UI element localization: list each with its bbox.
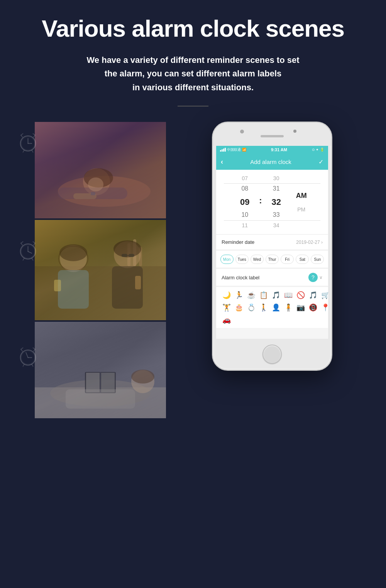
- day-sun[interactable]: Sun: [311, 255, 324, 264]
- svg-line-13: [28, 252, 32, 253]
- phone-top: [213, 123, 331, 146]
- svg-line-19: [32, 258, 33, 260]
- phone-screen: 中国联通 📶 9:31 AM ⊙ ✦ 🔋 ‹ Add alarm clock ✓: [216, 146, 328, 339]
- svg-line-9: [32, 150, 33, 152]
- icon-book[interactable]: 📖: [283, 290, 293, 300]
- svg-line-7: [33, 133, 35, 135]
- icon-grid: 🌙 🏃 ☕ 📋 🎵 📖 🚫 🎵 🛒 🏋️ 🎂 💍 🚶 👤: [216, 287, 328, 328]
- icon-camera[interactable]: 📷: [296, 302, 306, 313]
- alarm-label-text: Alarm clock label: [222, 275, 259, 280]
- icon-location[interactable]: 📍: [320, 302, 328, 313]
- alarm-icon-3: [15, 344, 41, 370]
- header-section: Various alarm clock scenes We have a var…: [19, 15, 367, 106]
- icon-cake[interactable]: 🎂: [234, 302, 244, 313]
- reminder-date-row[interactable]: Reminder date 2019-02-27 ›: [216, 235, 328, 250]
- minute-column[interactable]: 30 31 32 33 34: [263, 174, 290, 231]
- icon-walk[interactable]: 🚶: [259, 302, 269, 313]
- battery-icon: ⊙ ✦ 🔋: [312, 148, 324, 152]
- back-button[interactable]: ‹: [221, 158, 223, 166]
- svg-line-17: [33, 242, 35, 243]
- carrier-name: 中国联通: [227, 147, 241, 152]
- hour-column[interactable]: 07 08 09 10 11: [231, 174, 258, 231]
- phone-button-vol-down: [212, 210, 213, 229]
- day-tues[interactable]: Tues: [235, 255, 249, 264]
- svg-rect-47: [54, 280, 61, 291]
- time-separator: :: [258, 196, 262, 206]
- icon-clipboard[interactable]: 📋: [259, 290, 269, 300]
- minute-value-selected: 32: [271, 194, 281, 210]
- alarm-label-row[interactable]: Alarm clock label ? ∨: [216, 269, 328, 286]
- right-section: 中国联通 📶 9:31 AM ⊙ ✦ 🔋 ‹ Add alarm clock ✓: [178, 122, 367, 370]
- day-thur[interactable]: Thur: [266, 255, 279, 264]
- svg-line-29: [32, 364, 33, 366]
- icon-music[interactable]: 🎵: [271, 290, 281, 300]
- hour-value-selected: 09: [240, 194, 249, 210]
- minute-value-31: 31: [273, 183, 280, 194]
- hour-value-10: 10: [241, 210, 248, 221]
- hour-value-07: 07: [242, 174, 248, 183]
- photo-reading: [35, 322, 166, 418]
- status-bar: 中国联通 📶 9:31 AM ⊙ ✦ 🔋: [216, 146, 328, 154]
- svg-rect-46: [58, 270, 89, 309]
- svg-point-35: [88, 177, 103, 191]
- phone-button-vol-up: [212, 186, 213, 206]
- confirm-button[interactable]: ✓: [318, 158, 323, 166]
- svg-rect-53: [129, 254, 134, 257]
- minute-value-34: 34: [273, 221, 279, 230]
- wifi-icon: 📶: [242, 148, 246, 152]
- phone-button-mute: [212, 169, 213, 181]
- alarm-label-icon: ?: [308, 273, 318, 282]
- status-icons: ⊙ ✦ 🔋: [312, 148, 324, 152]
- phone-sensor: [293, 130, 296, 133]
- home-button[interactable]: [262, 345, 282, 364]
- svg-line-5: [21, 133, 23, 135]
- app-header: ‹ Add alarm clock ✓: [216, 154, 328, 170]
- time-picker[interactable]: 07 08 09 10 11 : 30 31 32 33 34: [216, 170, 328, 235]
- icon-note[interactable]: 🎵: [308, 290, 318, 300]
- svg-rect-39: [35, 266, 166, 320]
- content-section: 中国联通 📶 9:31 AM ⊙ ✦ 🔋 ‹ Add alarm clock ✓: [19, 122, 367, 418]
- reminder-label: Reminder date: [222, 239, 254, 245]
- icon-figure[interactable]: 🧍: [283, 302, 293, 313]
- icon-coffee[interactable]: ☕: [246, 290, 256, 300]
- svg-line-27: [33, 348, 35, 349]
- picker-line-bottom: [224, 220, 320, 221]
- signal-bar-3: [223, 149, 224, 152]
- status-time: 9:31 AM: [271, 147, 287, 152]
- icon-no[interactable]: 🚫: [296, 290, 306, 300]
- day-mon[interactable]: Mon: [220, 255, 234, 264]
- minute-value-30: 30: [273, 174, 279, 183]
- svg-point-45: [59, 244, 87, 261]
- svg-line-15: [21, 242, 23, 243]
- picker-line-top: [224, 183, 320, 184]
- icon-cart[interactable]: 🛒: [320, 290, 328, 300]
- am-value: AM: [296, 188, 307, 204]
- icon-no-phone[interactable]: 📵: [308, 302, 318, 313]
- icon-person[interactable]: 👤: [271, 302, 281, 313]
- page-subtitle: We have a variety of different reminder …: [58, 53, 328, 94]
- app-title: Add alarm clock: [250, 159, 291, 165]
- photo-laughing: [35, 220, 166, 320]
- hour-value-08: 08: [241, 183, 248, 194]
- day-wed[interactable]: Wed: [251, 255, 264, 264]
- left-section: [19, 122, 166, 418]
- svg-point-49: [113, 240, 141, 257]
- icon-exercise[interactable]: 🏋️: [222, 302, 232, 313]
- alarm-icon-2: [15, 238, 41, 264]
- icon-run[interactable]: 🏃: [234, 290, 244, 300]
- minute-value-33: 33: [273, 210, 280, 221]
- icon-ring[interactable]: 💍: [246, 302, 256, 313]
- divider-4: [216, 286, 328, 286]
- svg-point-59: [131, 370, 154, 384]
- signal-bar-1: [220, 150, 221, 152]
- alarm-label-icon-group: ? ∨: [308, 273, 323, 282]
- icon-moon[interactable]: 🌙: [222, 290, 232, 300]
- days-row: Mon Tues Wed Thur Fri Sat Sun: [216, 251, 328, 268]
- day-fri[interactable]: Fri: [281, 255, 294, 264]
- signal-bar-2: [222, 149, 223, 152]
- day-sat[interactable]: Sat: [296, 255, 309, 264]
- ampm-column[interactable]: AM PM: [290, 188, 313, 215]
- svg-line-8: [23, 150, 24, 152]
- icon-car[interactable]: 🚗: [222, 315, 232, 325]
- svg-line-22: [26, 353, 28, 358]
